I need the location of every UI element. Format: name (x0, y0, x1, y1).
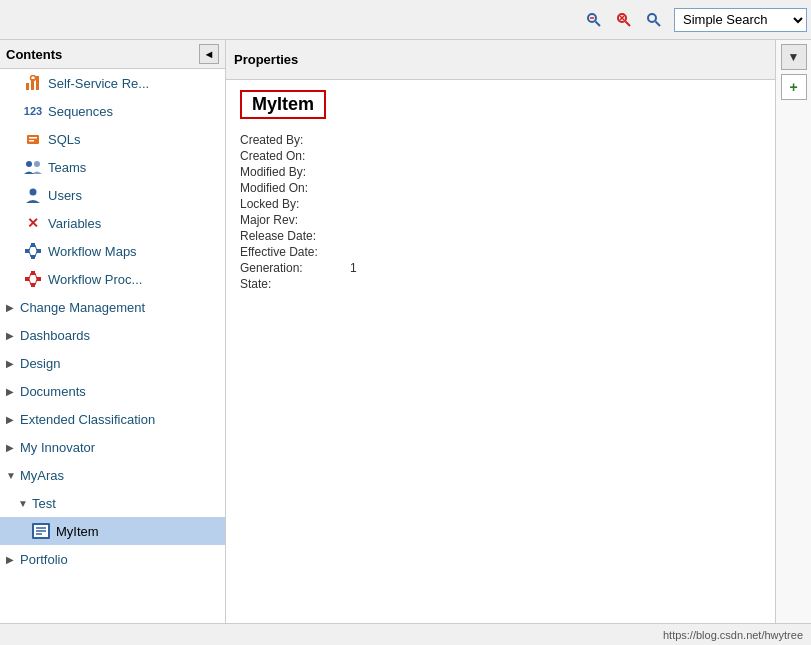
chevron-down-icon: ▼ (788, 50, 800, 64)
sidebar-group-label-portfolio: Portfolio (20, 552, 68, 567)
search-select[interactable]: Simple Search Advanced Search (674, 8, 807, 32)
svg-rect-30 (37, 277, 41, 281)
sidebar-items-wrapper: Self-Service Re... 123 Sequences SQLs (0, 69, 225, 623)
sidebar-item-variables[interactable]: ✕ Variables (0, 209, 225, 237)
search-icon-1[interactable] (580, 6, 608, 34)
svg-line-32 (29, 279, 31, 285)
arrow-test: ▼ (18, 498, 32, 509)
main-area: Contents ◄ Self-Service Re... 123 Sequ (0, 40, 811, 623)
prop-label-created-on: Created On: (240, 149, 350, 163)
sidebar-group-documents[interactable]: ▶ Documents (0, 377, 225, 405)
sidebar-group-test[interactable]: ▼ Test (0, 489, 225, 517)
sidebar-item-label-sqls: SQLs (48, 132, 81, 147)
search-dropdown[interactable]: Simple Search Advanced Search (674, 8, 807, 32)
sidebar-item-sequences[interactable]: 123 Sequences (0, 97, 225, 125)
properties-title: Properties (234, 52, 298, 67)
arrow-change-management: ▶ (6, 302, 20, 313)
prop-row-locked-by: Locked By: (240, 197, 761, 211)
sidebar-collapse-button[interactable]: ◄ (199, 44, 219, 64)
sidebar-group-label-change-management: Change Management (20, 300, 145, 315)
item-title: MyItem (240, 90, 326, 119)
svg-rect-9 (26, 83, 29, 90)
sidebar-group-label-dashboards: Dashboards (20, 328, 90, 343)
add-button[interactable]: + (781, 74, 807, 100)
status-url: https://blog.csdn.net/hwytree (663, 629, 803, 641)
arrow-design: ▶ (6, 358, 20, 369)
sidebar-item-self-service[interactable]: Self-Service Re... (0, 69, 225, 97)
add-icon: + (789, 79, 797, 95)
svg-line-8 (656, 21, 661, 26)
svg-line-1 (596, 21, 601, 26)
search-clear-icon[interactable] (610, 6, 638, 34)
svg-point-16 (26, 161, 32, 167)
svg-line-33 (35, 273, 37, 279)
svg-point-18 (30, 189, 37, 196)
sidebar-group-extended-classification[interactable]: ▶ Extended Classification (0, 405, 225, 433)
prop-label-locked-by: Locked By: (240, 197, 350, 211)
123-icon: 123 (24, 102, 42, 120)
prop-row-major-rev: Major Rev: (240, 213, 761, 227)
arrow-my-innovator: ▶ (6, 442, 20, 453)
sidebar-group-design[interactable]: ▶ Design (0, 349, 225, 377)
arrow-dashboards: ▶ (6, 330, 20, 341)
svg-line-34 (35, 279, 37, 285)
item-icon (32, 522, 50, 540)
sidebar-item-sqls[interactable]: SQLs (0, 125, 225, 153)
svg-line-24 (29, 251, 31, 257)
svg-rect-11 (36, 76, 39, 90)
sidebar-item-label-workflow-maps: Workflow Maps (48, 244, 137, 259)
sidebar-item-my-item[interactable]: MyItem (0, 517, 225, 545)
sidebar-item-workflow-maps[interactable]: Workflow Maps (0, 237, 225, 265)
sidebar-group-label-design: Design (20, 356, 60, 371)
svg-line-25 (35, 245, 37, 251)
sidebar-title: Contents (6, 47, 62, 62)
arrow-my-aras: ▼ (6, 470, 20, 481)
svg-line-26 (35, 251, 37, 257)
prop-row-modified-on: Modified On: (240, 181, 761, 195)
svg-rect-19 (25, 249, 29, 253)
sidebar: Contents ◄ Self-Service Re... 123 Sequ (0, 40, 226, 623)
search-go-icon[interactable] (640, 6, 668, 34)
workflow2-icon (24, 270, 42, 288)
sidebar-item-users[interactable]: Users (0, 181, 225, 209)
sidebar-group-my-aras[interactable]: ▼ MyAras (0, 461, 225, 489)
svg-line-4 (626, 21, 631, 26)
sidebar-group-label-extended-classification: Extended Classification (20, 412, 155, 427)
svg-rect-29 (31, 283, 35, 287)
dropdown-button[interactable]: ▼ (781, 44, 807, 70)
sidebar-item-label-users: Users (48, 188, 82, 203)
prop-label-modified-by: Modified By: (240, 165, 350, 179)
prop-label-state: State: (240, 277, 350, 291)
sidebar-group-my-innovator[interactable]: ▶ My Innovator (0, 433, 225, 461)
prop-label-modified-on: Modified On: (240, 181, 350, 195)
svg-rect-15 (29, 140, 34, 142)
sidebar-group-portfolio[interactable]: ▶ Portfolio (0, 545, 225, 573)
svg-rect-14 (29, 137, 37, 139)
sidebar-item-workflow-proc[interactable]: Workflow Proc... (0, 265, 225, 293)
sidebar-item-label-self-service: Self-Service Re... (48, 76, 149, 91)
status-bar: https://blog.csdn.net/hwytree (0, 623, 811, 645)
sidebar-group-label-my-innovator: My Innovator (20, 440, 95, 455)
sidebar-group-label-documents: Documents (20, 384, 86, 399)
arrow-portfolio: ▶ (6, 554, 20, 565)
toolbar-icons (580, 6, 668, 34)
prop-label-release-date: Release Date: (240, 229, 350, 243)
svg-rect-28 (31, 271, 35, 275)
sidebar-item-label-sequences: Sequences (48, 104, 113, 119)
sidebar-header: Contents ◄ (0, 40, 225, 69)
svg-rect-27 (25, 277, 29, 281)
sidebar-item-label-workflow-proc: Workflow Proc... (48, 272, 142, 287)
workflow-icon (24, 242, 42, 260)
sidebar-group-change-management[interactable]: ▶ Change Management (0, 293, 225, 321)
properties-header: Properties (226, 40, 775, 80)
prop-row-state: State: (240, 277, 761, 291)
sidebar-item-teams[interactable]: Teams (0, 153, 225, 181)
svg-rect-22 (37, 249, 41, 253)
svg-rect-13 (27, 135, 39, 144)
prop-row-created-by: Created By: (240, 133, 761, 147)
arrow-extended-classification: ▶ (6, 414, 20, 425)
svg-line-31 (29, 273, 31, 279)
properties-panel: Properties MyItem Created By: Created On… (226, 40, 775, 623)
sidebar-group-dashboards[interactable]: ▶ Dashboards (0, 321, 225, 349)
svg-point-7 (648, 14, 656, 22)
